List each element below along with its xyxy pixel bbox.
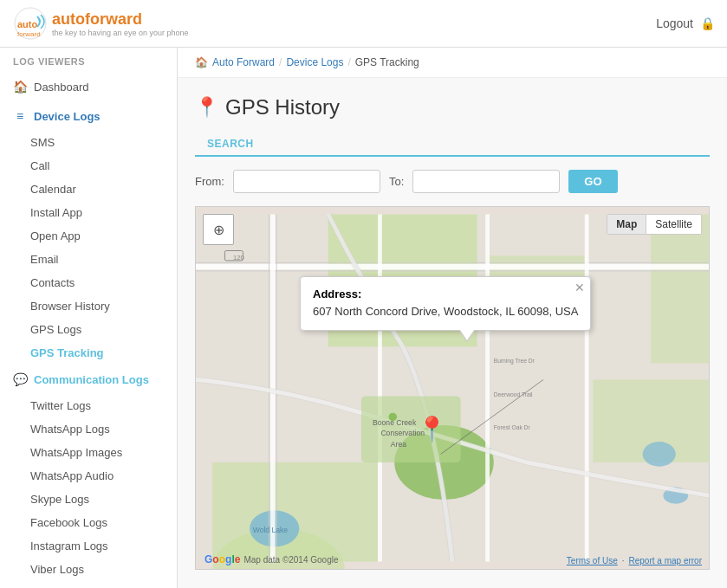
logout-link[interactable]: Logout (656, 16, 693, 30)
list-icon: ≡ (13, 109, 27, 123)
sidebar-item-browser-history[interactable]: Browser History (0, 294, 177, 318)
svg-point-13 (643, 442, 676, 467)
sidebar-item-install-app[interactable]: Install App (0, 201, 177, 224)
go-button[interactable]: GO (568, 170, 617, 193)
breadcrumb: 🏠 Auto Forward / Device Logs / GPS Track… (178, 48, 727, 78)
svg-text:Area: Area (391, 440, 406, 449)
header-right: Logout 🔒 (656, 16, 714, 30)
terms-of-use-link[interactable]: Terms of Use (567, 556, 618, 565)
logo-text-block: autoforward the key to having an eye on … (52, 10, 189, 37)
sidebar-item-instagram-logs[interactable]: Instagram Logs (0, 534, 177, 558)
gps-pin-icon: 📍 (195, 96, 218, 119)
google-logo: Google (204, 553, 240, 565)
svg-text:auto: auto (17, 19, 38, 29)
lock-icon: 🔒 (700, 16, 714, 30)
svg-rect-21 (378, 214, 382, 561)
search-tab-bar: SEARCH (195, 132, 710, 157)
sidebar-item-email[interactable]: Email (0, 248, 177, 271)
popup-address-text: 607 North Concord Drive, Woodstock, IL 6… (313, 304, 578, 320)
from-input[interactable] (233, 170, 380, 193)
to-input[interactable] (412, 170, 560, 193)
svg-point-28 (388, 413, 397, 422)
map-type-buttons: Map Satellite (607, 214, 702, 235)
sidebar-comm-logs-label: Communication Logs (34, 373, 149, 386)
sidebar-section-title: LOG VIEWERS (0, 48, 177, 72)
sidebar-device-logs-label: Device Logs (34, 110, 101, 123)
logo-icon: auto forward (13, 6, 48, 41)
sidebar-item-communication-logs[interactable]: 💬 Communication Logs (0, 365, 177, 394)
main-content: 🏠 Auto Forward / Device Logs / GPS Track… (178, 48, 727, 588)
sidebar-item-twitter-logs[interactable]: Twitter Logs (0, 394, 177, 417)
page-title-row: 📍 GPS History (195, 95, 710, 120)
sidebar-item-viber-logs[interactable]: Viber Logs (0, 558, 177, 581)
logo-tagline: the key to having an eye on your phone (52, 29, 189, 37)
sidebar-item-dashboard[interactable]: 🏠 Dashboard (0, 72, 177, 101)
breadcrumb-sep1: / (279, 56, 282, 68)
sidebar-item-gps-tracking[interactable]: GPS Tracking (0, 341, 177, 365)
map-pin: 📍 (417, 415, 447, 443)
map-popup: ✕ Address: 607 North Concord Drive, Wood… (300, 276, 591, 331)
layout: LOG VIEWERS 🏠 Dashboard ≡ Device Logs SM… (0, 48, 727, 588)
sidebar-item-facebook-logs[interactable]: Facebook Logs (0, 511, 177, 534)
home-icon: 🏠 (13, 80, 27, 94)
popup-close-button[interactable]: ✕ (574, 281, 585, 294)
sidebar-item-sms[interactable]: SMS (0, 131, 177, 154)
report-map-error-link[interactable]: Report a map error (629, 556, 702, 565)
map-type-map-button[interactable]: Map (607, 215, 646, 234)
breadcrumb-auto-forward[interactable]: Auto Forward (212, 56, 275, 68)
sidebar-item-whatsapp-audio[interactable]: WhatsApp Audio (0, 464, 177, 488)
map-container: Boone Creek Conservation Area 120 Wold L… (195, 206, 710, 570)
tab-search[interactable]: SEARCH (195, 132, 266, 157)
popup-address-label: Address: (313, 288, 578, 300)
map-data-text: Map data ©2014 Google (243, 555, 338, 565)
sidebar-item-whatsapp-logs[interactable]: WhatsApp Logs (0, 417, 177, 441)
page-title: GPS History (225, 95, 340, 120)
breadcrumb-device-logs[interactable]: Device Logs (286, 56, 343, 68)
svg-text:Burning Tree Dr: Burning Tree Dr (494, 358, 536, 365)
svg-text:Wold Lake: Wold Lake (253, 526, 289, 534)
svg-text:forward: forward (17, 30, 41, 38)
svg-rect-22 (485, 214, 490, 561)
map-footer-right: Terms of Use · Report a map error (567, 556, 702, 565)
breadcrumb-sep2: / (347, 56, 350, 68)
breadcrumb-gps-tracking: GPS Tracking (355, 56, 419, 68)
breadcrumb-home-icon: 🏠 (195, 56, 208, 68)
sidebar-item-open-app[interactable]: Open App (0, 224, 177, 248)
sidebar-item-call[interactable]: Call (0, 154, 177, 178)
from-label: From: (195, 175, 224, 188)
map-footer: Google Map data ©2014 Google (204, 553, 339, 565)
sidebar-item-bbm-logs[interactable]: BBM Logs (0, 581, 177, 588)
logo-brand: autoforward (52, 10, 189, 29)
svg-rect-20 (276, 214, 277, 561)
map-type-satellite-button[interactable]: Satellite (646, 215, 701, 234)
crosshair-icon: ⊕ (213, 222, 224, 238)
header: auto forward autoforward the key to havi… (0, 0, 727, 48)
svg-text:Forest Oak Dr: Forest Oak Dr (494, 424, 531, 430)
sidebar-item-whatsapp-images[interactable]: WhatsApp Images (0, 441, 177, 464)
sidebar-item-device-logs[interactable]: ≡ Device Logs (0, 101, 177, 131)
map-nav-control[interactable]: ⊕ (203, 214, 234, 245)
search-row: From: To: GO (195, 170, 710, 193)
svg-rect-23 (585, 214, 589, 561)
map-background: Boone Creek Conservation Area 120 Wold L… (196, 207, 709, 569)
svg-rect-10 (651, 214, 709, 363)
sidebar-item-calendar[interactable]: Calendar (0, 178, 177, 201)
map-footer-separator: · (622, 556, 625, 565)
sidebar-item-gps-logs[interactable]: GPS Logs (0, 318, 177, 341)
sidebar-item-skype-logs[interactable]: Skype Logs (0, 488, 177, 511)
chat-icon: 💬 (13, 372, 27, 386)
sidebar: LOG VIEWERS 🏠 Dashboard ≡ Device Logs SM… (0, 48, 178, 588)
sidebar-dashboard-label: Dashboard (34, 81, 89, 94)
sidebar-item-contacts[interactable]: Contacts (0, 271, 177, 294)
page-content: 📍 GPS History SEARCH From: To: GO (178, 78, 727, 587)
to-label: To: (389, 175, 404, 188)
logo: auto forward autoforward the key to havi… (13, 6, 189, 41)
